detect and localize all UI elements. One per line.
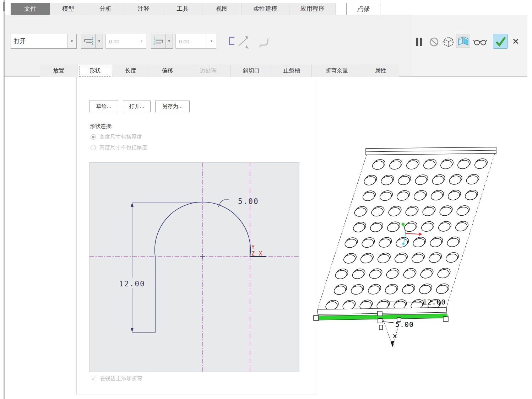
flange-profile-side1-icon [81,34,95,48]
length-side2-button[interactable]: ▼ [151,34,173,49]
dashboard-tab-bar: 放置 形状 长度 偏移 边处理 斜切口 止裂槽 折弯余量 属性 [40,65,399,77]
radio-include-label: 高度尺寸包括厚度 [99,134,142,140]
add-bend-label: 在锐边上添加折弯 [100,375,142,382]
viewport-height-dim[interactable]: 12.00 [423,298,446,306]
ok-button[interactable] [493,34,508,49]
dashtab-miter-cut[interactable]: 斜切口 [231,65,272,77]
bend-edge-button [259,36,273,48]
tab-tools[interactable]: 工具 [163,3,202,15]
open-button[interactable]: 打开... [123,101,151,112]
dashtab-placement[interactable]: 放置 [40,65,78,77]
dashtab-length[interactable]: 长度 [112,65,149,77]
dashtab-relief[interactable]: 止裂槽 [272,65,312,77]
dashtab-shape[interactable]: 形状 [78,65,112,78]
handle-left [314,316,319,320]
model-viewport[interactable]: 12.00 5.00 [313,144,531,357]
radio-exclude-label: 高度尺寸不包括厚度 [99,144,147,151]
selected-edge-highlight [318,314,447,320]
axis-z-label: Z [251,250,255,257]
glasses-icon [473,37,487,47]
axis-y-label: Y [251,244,255,250]
pause-icon [416,37,424,47]
tab-view[interactable]: 视图 [202,3,241,15]
dashtab-bend-allowance[interactable]: 折弯余量 [312,65,362,77]
tab-applications[interactable]: 应用程序 [289,3,336,15]
dropdown-arrow-icon[interactable]: ▼ [67,34,76,48]
dropdown-arrow-icon[interactable]: ▼ [207,34,216,48]
ribbon-tab-bar: 文件 模型 分析 注释 工具 视图 柔性建模 应用程序 凸缘 [11,3,380,15]
axis-x-label: X [259,250,262,257]
origin-cross [200,254,205,259]
checkbox-checked-icon: ✓ [91,376,96,381]
cancel-icon: ✕ [512,37,519,46]
csys-labels: Y Z X [251,244,262,257]
sketch-radius-dim[interactable]: 5.00 [238,197,259,206]
flip-profile-button[interactable] [227,34,251,49]
radio-selected-icon [91,134,96,140]
dashtab-offset[interactable]: 偏移 [149,65,186,77]
dashtab-properties[interactable]: 属性 [362,65,399,77]
tab-annotate[interactable]: 注释 [124,3,163,15]
dashtab-edge-treatment: 边处理 [186,65,231,77]
bend-icon [260,39,268,45]
no-preview-button [428,36,440,48]
wireframe-cube-icon [442,36,455,48]
cancel-button[interactable]: ✕ [511,37,521,47]
attached-preview-button[interactable] [456,34,470,48]
radio-unselected-icon [91,145,96,150]
flange-type-combobox[interactable]: 打开 ▼ [11,34,77,49]
flange-type-value: 打开 [11,38,67,45]
tab-flexible-modeling[interactable]: 柔性建模 [241,3,289,15]
handle-mid-top [378,311,382,316]
shape-connect-label: 形状连接: [90,123,113,130]
triad-y-axis [402,223,405,226]
offset-field-2-value: 0.00 [176,38,207,44]
left-edge-cap [3,2,5,11]
handle-right [443,317,448,322]
no-entry-icon [428,36,440,48]
sketch-button[interactable]: 草绘... [89,101,118,112]
length-side1-button[interactable]: ▼ [81,34,103,49]
split-panes-icon [457,34,469,47]
shape-panel: 草绘... 打开... 另存为... 形状连接: 高度尺寸包括厚度 高度尺寸不包… [76,77,316,394]
dropdown-arrow-icon[interactable]: ▼ [165,34,173,48]
centerlines [89,163,299,372]
sketch-height-dim[interactable]: 12.00 [119,280,145,288]
offset-field-2[interactable]: 0.00 ▼ [175,34,216,49]
tab-analysis[interactable]: 分析 [87,3,124,15]
dropdown-arrow-icon: ▼ [137,34,146,48]
radio-exclude-thickness: 高度尺寸不包括厚度 [91,144,147,151]
handle-small [379,325,382,330]
offset-field-1: 0.00 ▼ [105,34,146,49]
saveas-button[interactable]: 另存为... [155,101,190,112]
add-bend-option: ✓ 在锐边上添加折弯 [91,375,142,382]
flip-direction-icon [239,36,249,49]
flange-profile-side2-icon [151,34,165,48]
dropdown-arrow-icon[interactable]: ▼ [95,34,103,48]
handle-radius [397,318,401,322]
shape-sketch-preview: 12.00 5.00 Y Z X [89,162,299,372]
open-profile-icon [229,37,234,44]
radio-include-thickness: 高度尺寸包括厚度 [91,134,142,140]
pause-button[interactable] [415,36,425,48]
handle-mid-green [378,319,382,323]
application-window: 文件 模型 分析 注释 工具 视图 柔性建模 应用程序 凸缘 打开 ▼ ▼ 0.… [0,0,532,399]
radius-leader [218,200,229,207]
unattached-preview-button[interactable] [441,36,456,48]
height-dimension-lines [132,202,204,333]
offset-field-1-value: 0.00 [106,38,137,44]
tab-flange-active[interactable]: 凸缘 [346,3,380,15]
tab-model[interactable]: 模型 [50,3,87,15]
tab-file[interactable]: 文件 [11,3,50,15]
check-icon [494,35,507,47]
verify-button[interactable] [473,36,488,48]
